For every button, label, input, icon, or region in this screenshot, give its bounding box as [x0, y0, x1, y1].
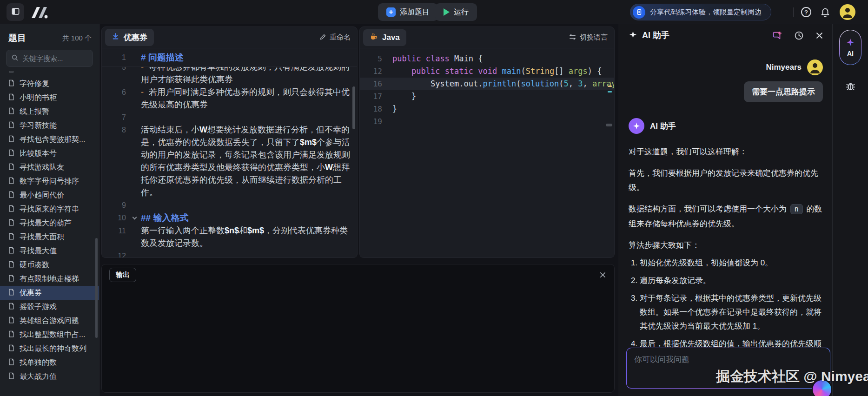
run-label: 运行 — [454, 7, 469, 17]
sidebar-item[interactable]: 寻找最大的葫芦 — [0, 216, 99, 230]
output-close-button[interactable] — [600, 272, 606, 278]
sidebar-item-label: 英雄组合游戏问题 — [20, 316, 79, 326]
search-input[interactable] — [22, 54, 88, 62]
sidebar-item[interactable]: 字符修复 — [0, 77, 99, 91]
sidebar-scrollbar[interactable] — [95, 238, 98, 338]
sidebar-item-label: 比较版本号 — [20, 149, 57, 158]
line-number: 19 — [360, 115, 392, 128]
sidebar-item[interactable]: 优惠券 — [0, 286, 99, 300]
sidebar-item[interactable]: 线上报警 — [0, 105, 99, 119]
problem-scrollbar[interactable] — [352, 86, 355, 129]
sidebar-item[interactable]: 寻找包含斐波那契... — [0, 132, 99, 146]
code-seg: public — [411, 66, 440, 76]
switch-language-label: 切换语言 — [580, 33, 608, 42]
sidebar-item[interactable] — [0, 72, 99, 77]
code-seg: System — [431, 79, 459, 88]
output-header: 输出 — [102, 264, 614, 285]
code-seg: println — [483, 79, 517, 88]
md-seg: - — [141, 87, 144, 97]
search-icon — [11, 54, 19, 63]
notifications-button[interactable] — [819, 6, 831, 18]
run-button[interactable]: 运行 — [435, 3, 477, 21]
code-seg: 3 — [578, 79, 583, 88]
line-number: 16 — [360, 78, 392, 90]
sidebar-item[interactable]: 寻找游戏队友 — [0, 160, 99, 174]
code-seg — [392, 79, 431, 88]
history-icon[interactable] — [794, 31, 804, 40]
sticky-heading-row: 1# 问题描述 — [102, 48, 357, 67]
play-icon — [444, 8, 450, 16]
add-question-button[interactable]: + 添加题目 — [378, 3, 438, 21]
sidebar-item[interactable]: 摇骰子游戏 — [0, 300, 99, 314]
sidebar-item-label: 寻找最大的葫芦 — [20, 218, 72, 228]
sidebar-item[interactable]: 硬币凑数 — [0, 258, 99, 272]
md-seg: 活动结束后，小 — [141, 125, 199, 134]
sidebar-item-label: 寻找最大面积 — [20, 232, 64, 242]
line-number: 9 — [102, 199, 141, 211]
sidebar-item[interactable]: 找出最长的神奇数列 — [0, 342, 99, 356]
sidebar-item[interactable]: 寻找最大值 — [0, 244, 99, 258]
code-line: 18} — [360, 103, 614, 115]
code-line: 5public class Main { — [360, 53, 614, 65]
user-avatar[interactable] — [840, 4, 855, 20]
sidebar-item[interactable]: 数字字母问号排序 — [0, 174, 99, 188]
ai-seg: 数据结构方面，我们可以考虑使用一个大小为 — [629, 205, 789, 213]
problem-tab-label: 优惠券 — [124, 32, 147, 43]
sidebar-item[interactable]: 最大战力值 — [0, 370, 99, 382]
sidebar-item[interactable]: 找单独的数 — [0, 356, 99, 370]
line-number: 5 — [360, 53, 392, 65]
panel-toggle-icon — [11, 7, 20, 17]
promo-banner[interactable]: 分享代码练习体验，领限量定制周边 — [630, 4, 771, 20]
new-chat-button[interactable] — [772, 30, 782, 40]
line-content: 活动结束后，小W想要统计发放数据进行分析，但不幸的是，优惠券的优先级数据丢失了，… — [141, 124, 357, 199]
code-seg: String — [526, 66, 554, 76]
code-seg: [] — [554, 66, 569, 76]
sidebar-item[interactable]: 比较版本号 — [0, 146, 99, 160]
sidebar-item[interactable]: 有点限制地走楼梯 — [0, 272, 99, 286]
ai-rail-button[interactable]: AI — [839, 30, 861, 65]
sidebar-item[interactable]: 找出整型数组中占... — [0, 328, 99, 342]
md-seg: 若用户同时满足多种优惠券的规则，则只会获得其中优先级最高的优惠券 — [141, 87, 350, 109]
brain-icon[interactable] — [813, 380, 831, 396]
help-button[interactable]: ? — [800, 6, 812, 18]
ai-input-box — [626, 348, 830, 389]
doc-icon — [8, 219, 15, 228]
line-content: # 问题描述 — [141, 51, 190, 64]
markdown-rows: 5-每种优惠券都有单独的发放规则，只有满足发放规则的用户才能获得此类优惠券6-若… — [102, 48, 357, 258]
switch-language-button[interactable]: 切换语言 — [569, 33, 608, 42]
rename-button[interactable]: 重命名 — [319, 33, 351, 42]
assistant-paragraph: 算法步骤大致如下： — [629, 238, 823, 252]
code-seg: ( — [559, 79, 563, 88]
line-number: 1 — [102, 51, 141, 64]
sidebar-item[interactable]: 小明的书柜 — [0, 91, 99, 105]
language-tab[interactable]: Java — [363, 29, 406, 46]
code-seg: static — [445, 66, 473, 76]
output-tab[interactable]: 输出 — [109, 268, 136, 282]
sidebar-item-label: 最大战力值 — [20, 372, 57, 382]
assistant-header: AI 助手 — [629, 118, 823, 134]
code-seg: ( — [516, 79, 521, 88]
sidebar-item[interactable]: 最小趋同代价 — [0, 188, 99, 202]
line-content — [141, 250, 357, 258]
bug-icon[interactable] — [845, 81, 856, 92]
ai-question-input[interactable] — [627, 348, 830, 388]
sidebar-header: 题目 共 100 个 — [0, 24, 99, 49]
sidebar-item[interactable]: 寻找最大面积 — [0, 230, 99, 244]
close-ai-panel-button[interactable] — [816, 32, 823, 39]
code-line: 12 public static void main(String[] args… — [360, 65, 614, 78]
problem-tab[interactable]: 优惠券 — [105, 29, 154, 46]
ai-assistant-panel: AI 助手 Nimyears — [618, 24, 832, 396]
chevron-down-icon — [133, 215, 137, 220]
code-seg — [473, 66, 478, 76]
sticky-markdown-line: 1# 问题描述 — [102, 51, 190, 64]
code-scrollbar[interactable] — [606, 124, 612, 126]
sidebar-item[interactable]: 英雄组合游戏问题 — [0, 314, 99, 328]
sidebar-item[interactable]: 学习新技能 — [0, 119, 99, 132]
problem-panel-header: 优惠券 重命名 — [102, 27, 357, 48]
overview-ruler-mark — [608, 91, 612, 92]
markdown-editor[interactable]: 1# 问题描述 5-每种优惠券都有单独的发放规则，只有满足发放规则的用户才能获得… — [102, 48, 357, 258]
code-editor[interactable]: 5public class Main {12 public static voi… — [360, 48, 614, 258]
sidebar-toggle-button[interactable] — [7, 3, 24, 21]
doc-icon — [8, 135, 15, 144]
sidebar-item[interactable]: 寻找原来的字符串 — [0, 202, 99, 216]
